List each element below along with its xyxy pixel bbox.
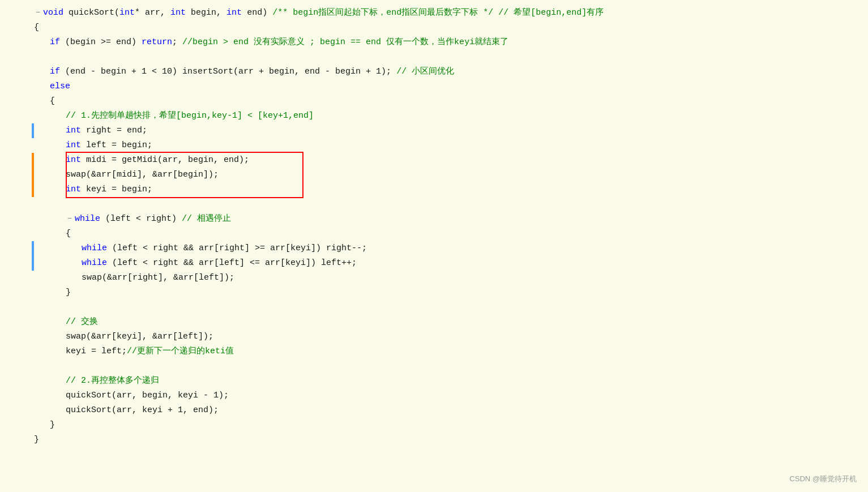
code-line: int right = end;: [34, 123, 868, 138]
code-line: // 1.先控制单趟快排，希望[begin,key-1] < [key+1,en…: [34, 109, 868, 123]
code-line: keyi = left;//更新下一个递归的keti值: [34, 344, 868, 359]
code-line: {: [34, 20, 868, 35]
code-line: swap(&arr[keyi], &arr[left]);: [34, 330, 868, 344]
code-line: int left = begin;: [34, 138, 868, 153]
code-line: [34, 197, 868, 212]
code-line: if (end - begin + 1 < 10) insertSort(arr…: [34, 65, 868, 79]
code-line: else: [34, 79, 868, 94]
code-line: −while (left < right) // 相遇停止: [34, 212, 868, 226]
code-line: quickSort(arr, keyi + 1, end);: [34, 403, 868, 418]
code-line: [34, 359, 868, 374]
code-line: quickSort(arr, begin, keyi - 1);: [34, 388, 868, 403]
code-editor: −void quickSort(int* arr, int begin, int…: [0, 0, 868, 492]
code-area: −void quickSort(int* arr, int begin, int…: [0, 6, 868, 447]
code-line: }: [34, 285, 868, 300]
code-line: if (begin >= end) return; //begin > end …: [34, 35, 868, 50]
code-line: }: [34, 433, 868, 447]
code-line: [34, 50, 868, 65]
code-line: // 交换: [34, 315, 868, 330]
code-line: {: [34, 94, 868, 109]
fold-icon[interactable]: −: [34, 8, 42, 16]
watermark: CSDN @睡觉待开机: [789, 473, 857, 485]
code-line: {: [34, 226, 868, 241]
code-line: }: [34, 418, 868, 433]
code-line: swap(&arr[right], &arr[left]);: [34, 271, 868, 285]
code-line: swap(&arr[midi], &arr[begin]);: [34, 168, 868, 182]
code-line: while (left < right && arr[right] >= arr…: [34, 241, 868, 256]
code-line: [34, 300, 868, 315]
code-line: int midi = getMidi(arr, begin, end);: [34, 153, 868, 168]
code-line: int keyi = begin;: [34, 182, 868, 197]
code-line: while (left < right && arr[left] <= arr[…: [34, 256, 868, 271]
code-line: // 2.再控整体多个递归: [34, 374, 868, 388]
fold-icon[interactable]: −: [66, 215, 74, 223]
code-line: −void quickSort(int* arr, int begin, int…: [34, 6, 868, 20]
